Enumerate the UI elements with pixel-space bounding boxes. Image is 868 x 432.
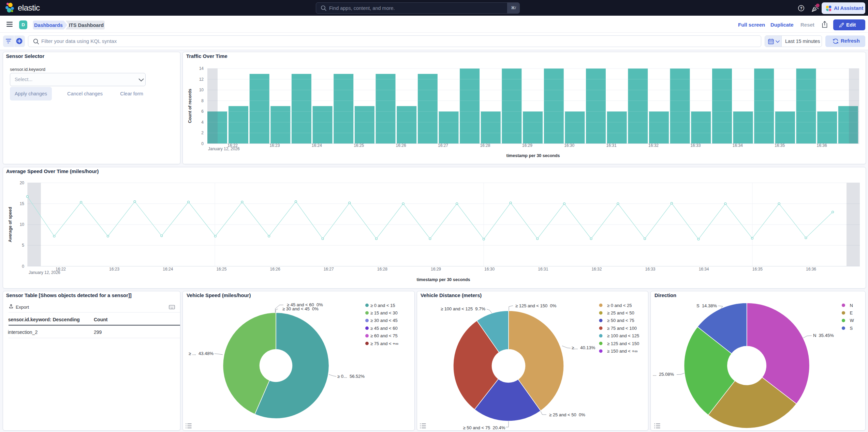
svg-text:≥ 30 and < 45: ≥ 30 and < 45 bbox=[370, 318, 398, 323]
svg-text:... 25.08%: ... 25.08% bbox=[653, 372, 674, 377]
svg-text:ITS Dashboard: ITS Dashboard bbox=[69, 22, 104, 28]
svg-text:12: 12 bbox=[199, 77, 204, 82]
svg-text:16:36: 16:36 bbox=[817, 143, 827, 148]
svg-text:6: 6 bbox=[201, 109, 204, 114]
svg-text:≥ 60 and < 75: ≥ 60 and < 75 bbox=[370, 333, 398, 338]
svg-text:≥ 45 and < 60: ≥ 45 and < 60 bbox=[370, 326, 398, 331]
svg-text:0: 0 bbox=[201, 141, 204, 146]
svg-text:≥ 75 and < 100: ≥ 75 and < 100 bbox=[607, 326, 637, 331]
svg-text:16:30: 16:30 bbox=[484, 267, 495, 272]
svg-text:16:28: 16:28 bbox=[480, 143, 490, 148]
svg-text:Export: Export bbox=[16, 305, 29, 310]
svg-text:≥ 0 and < 25: ≥ 0 and < 25 bbox=[607, 303, 632, 308]
svg-text:16:26: 16:26 bbox=[270, 267, 280, 272]
svg-text:16:31: 16:31 bbox=[538, 267, 548, 272]
svg-text:16:28: 16:28 bbox=[377, 267, 387, 272]
svg-text:8: 8 bbox=[201, 98, 204, 103]
svg-text:S: S bbox=[850, 326, 853, 331]
svg-text:≥ 15 and < 30: ≥ 15 and < 30 bbox=[370, 310, 398, 315]
svg-text:Average of speed: Average of speed bbox=[8, 207, 13, 242]
svg-text:4: 4 bbox=[201, 120, 204, 125]
svg-text:16:33: 16:33 bbox=[690, 143, 701, 148]
svg-text:16:32: 16:32 bbox=[648, 143, 659, 148]
svg-text:16:31: 16:31 bbox=[606, 143, 617, 148]
svg-text:2: 2 bbox=[201, 130, 204, 135]
svg-text:≥ ... 43.48%: ≥ ... 43.48% bbox=[189, 351, 214, 356]
svg-text:15: 15 bbox=[20, 201, 25, 206]
svg-text:16:34: 16:34 bbox=[699, 267, 709, 272]
svg-text:16:27: 16:27 bbox=[438, 143, 448, 148]
svg-text:16:32: 16:32 bbox=[591, 267, 602, 272]
svg-text:14: 14 bbox=[199, 66, 204, 71]
svg-text:16:29: 16:29 bbox=[522, 143, 532, 148]
svg-text:≥... 40.13%: ≥... 40.13% bbox=[572, 345, 595, 350]
svg-text:16:23: 16:23 bbox=[269, 143, 280, 148]
svg-text:intersection_2: intersection_2 bbox=[8, 329, 38, 335]
svg-text:16:29: 16:29 bbox=[431, 267, 441, 272]
svg-text:16:27: 16:27 bbox=[324, 267, 334, 272]
svg-text:16:25: 16:25 bbox=[354, 143, 364, 148]
svg-text:≥ 150 and < +∞: ≥ 150 and < +∞ bbox=[607, 349, 637, 354]
svg-text:10: 10 bbox=[199, 88, 204, 92]
svg-text:10: 10 bbox=[20, 222, 25, 227]
svg-text:Count of records: Count of records bbox=[188, 89, 192, 123]
svg-text:January 12, 2026: January 12, 2026 bbox=[29, 270, 60, 275]
svg-text:≥ 50 and < 75: ≥ 50 and < 75 bbox=[607, 318, 634, 323]
svg-text:timestamp per 30 seconds: timestamp per 30 seconds bbox=[416, 277, 470, 282]
svg-text:≥ 125 and < 150 0%: ≥ 125 and < 150 0% bbox=[515, 303, 557, 308]
svg-text:?: ? bbox=[800, 6, 802, 10]
svg-text:16:35: 16:35 bbox=[752, 267, 763, 272]
svg-text:≥ 50 and < 75 20.4%: ≥ 50 and < 75 20.4% bbox=[463, 425, 505, 430]
svg-text:≥ 25 and < 50: ≥ 25 and < 50 bbox=[607, 310, 634, 315]
svg-text:Count: Count bbox=[94, 317, 108, 322]
svg-text:≥ 100 and < 125: ≥ 100 and < 125 bbox=[607, 333, 639, 338]
svg-text:Dashboards: Dashboards bbox=[34, 22, 63, 28]
svg-text:299: 299 bbox=[94, 329, 102, 335]
svg-text:timestamp per 30 seconds: timestamp per 30 seconds bbox=[506, 153, 560, 158]
svg-text:16:24: 16:24 bbox=[312, 143, 322, 148]
svg-text:N 35.45%: N 35.45% bbox=[813, 333, 834, 338]
svg-text:5: 5 bbox=[22, 243, 24, 248]
svg-text:16:30: 16:30 bbox=[564, 143, 574, 148]
svg-text:16:26: 16:26 bbox=[396, 143, 406, 148]
svg-text:16:23: 16:23 bbox=[109, 267, 119, 272]
svg-text:sensor.id.keyword: Descending: sensor.id.keyword: Descending bbox=[8, 317, 80, 322]
svg-text:W: W bbox=[850, 318, 854, 323]
svg-text:≥ 0 and < 15: ≥ 0 and < 15 bbox=[370, 303, 395, 308]
svg-text:N: N bbox=[850, 303, 853, 308]
svg-text:≥ 75 and < +∞: ≥ 75 and < +∞ bbox=[370, 341, 398, 346]
svg-text:≥ 25 and < 50 0%: ≥ 25 and < 50 0% bbox=[549, 412, 585, 417]
svg-text:16:25: 16:25 bbox=[216, 267, 226, 272]
svg-text:≥ 30 and < 45 0%: ≥ 30 and < 45 0% bbox=[282, 306, 319, 311]
svg-text:20: 20 bbox=[20, 181, 25, 185]
svg-text:E: E bbox=[850, 310, 853, 315]
svg-text:≥ 0... 56.52%: ≥ 0... 56.52% bbox=[337, 374, 365, 379]
svg-text:16:33: 16:33 bbox=[645, 267, 655, 272]
svg-text:16:35: 16:35 bbox=[775, 143, 785, 148]
svg-text:16:36: 16:36 bbox=[806, 267, 816, 272]
svg-text:≥ 125 and < 150: ≥ 125 and < 150 bbox=[607, 341, 639, 346]
svg-text:16:24: 16:24 bbox=[163, 267, 173, 272]
svg-text:0: 0 bbox=[22, 264, 24, 269]
svg-text:January 12, 2026: January 12, 2026 bbox=[208, 146, 240, 151]
svg-text:S 14.38%: S 14.38% bbox=[696, 303, 717, 308]
svg-text:16:34: 16:34 bbox=[733, 143, 743, 148]
svg-text:≥ 100 and < 125 9.7%: ≥ 100 and < 125 9.7% bbox=[441, 306, 486, 311]
